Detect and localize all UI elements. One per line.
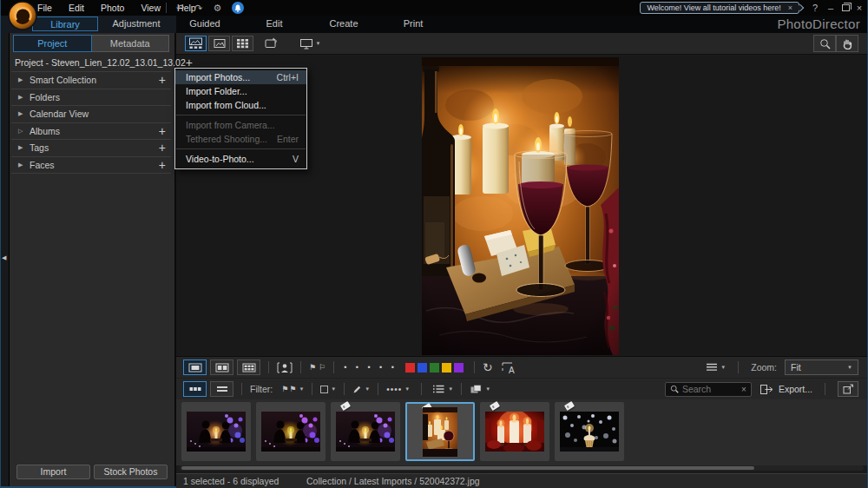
project-header[interactable]: Project - Steven_Lien_12.02_13.01_13.02 …: [15, 55, 169, 70]
color-label-green[interactable]: [430, 363, 439, 373]
thumbnail-red-candles[interactable]: [480, 402, 549, 461]
expand-icon[interactable]: ▶: [18, 162, 30, 168]
caption-button[interactable]: A: [502, 362, 516, 373]
filter-flags-button[interactable]: ⚑⚑ ▼: [281, 385, 304, 393]
tab-metadata[interactable]: Metadata: [92, 35, 170, 52]
menu-item-import-photos[interactable]: Import Photos... Ctrl+I: [175, 70, 306, 84]
pan-tool-button[interactable]: [836, 35, 858, 52]
color-label-red[interactable]: [405, 363, 415, 373]
filter-color-button[interactable]: ▼: [320, 386, 336, 393]
share-button[interactable]: [838, 381, 858, 397]
redo-icon[interactable]: ↷: [194, 3, 202, 14]
menu-item-import-folder[interactable]: Import Folder...: [175, 84, 306, 98]
thumb-view-single-button[interactable]: [183, 359, 207, 375]
tab-create[interactable]: Create: [313, 16, 374, 31]
sort-list-icon: [432, 385, 445, 393]
add-icon[interactable]: +: [159, 75, 166, 85]
tree-item-tags[interactable]: ▶ Tags +: [11, 140, 171, 157]
view-single-button[interactable]: [208, 36, 230, 51]
divider: [166, 3, 167, 13]
zoom-select[interactable]: Fit ▼: [785, 359, 858, 375]
face-tag-button[interactable]: [277, 362, 293, 373]
tab-project[interactable]: Project: [13, 35, 92, 52]
flag-pick-button[interactable]: ⚑ ⚐: [309, 363, 326, 372]
pencil-icon: [352, 385, 362, 394]
search-input[interactable]: [682, 384, 738, 394]
undo-icon[interactable]: ↶: [176, 3, 184, 14]
color-label-purple[interactable]: [454, 363, 464, 373]
thumbnail-wine-candles-selected[interactable]: [405, 402, 475, 461]
menu-edit[interactable]: Edit: [69, 3, 84, 13]
dropdown-icon: ▼: [316, 41, 321, 46]
strip-view-thumbs-button[interactable]: [183, 381, 207, 397]
rotate-view-button[interactable]: [260, 36, 281, 51]
notification-close-icon[interactable]: ×: [788, 3, 792, 12]
keyword-tag-icon: [340, 401, 351, 411]
browser-toolbar-filter: Filter: ⚑⚑ ▼ ▼ ▼: [176, 378, 867, 399]
restore-button[interactable]: [838, 0, 852, 16]
star-rating-dots[interactable]: • • • • •: [344, 363, 398, 372]
add-icon[interactable]: +: [159, 142, 166, 153]
tab-print[interactable]: Print: [383, 16, 444, 31]
expand-icon[interactable]: ▶: [18, 76, 30, 83]
color-label-yellow[interactable]: [442, 363, 451, 373]
strip-view-list-button[interactable]: [210, 381, 233, 397]
view-grid-button[interactable]: [232, 36, 253, 51]
menu-item-video-to-photo[interactable]: Video-to-Photo... V: [175, 152, 306, 166]
thumbnail-image: [187, 412, 246, 452]
help-button[interactable]: ?: [808, 0, 822, 16]
stock-photos-button[interactable]: Stock Photos: [94, 465, 168, 479]
expand-icon[interactable]: ▷: [18, 128, 30, 135]
sort-order-button[interactable]: ▼: [432, 385, 453, 393]
thumbnail-couple-2[interactable]: [256, 402, 326, 461]
zoom-tool-button[interactable]: [813, 35, 836, 52]
tree-item-albums[interactable]: ▷ Albums +: [11, 123, 171, 141]
rotate-photo-button[interactable]: ↻: [483, 360, 493, 374]
add-icon[interactable]: +: [159, 160, 166, 170]
menu-file[interactable]: File: [37, 3, 52, 13]
tree-item-folders[interactable]: ▶ Folders: [11, 89, 171, 107]
settings-gear-icon[interactable]: ⚙: [213, 3, 221, 14]
filmstrip-scrollbar[interactable]: [181, 466, 754, 470]
search-clear-icon[interactable]: ×: [741, 385, 746, 394]
menu-item-import-from-cloud[interactable]: Import from Cloud...: [175, 98, 306, 112]
tree-item-calendar-view[interactable]: ▶ Calendar View: [11, 106, 171, 123]
expand-icon[interactable]: ▶: [18, 144, 30, 151]
menu-view[interactable]: View: [141, 3, 161, 13]
expand-icon[interactable]: ▶: [18, 110, 30, 117]
thumbnail-cupcake-bokeh[interactable]: [555, 402, 624, 461]
color-label-blue[interactable]: [418, 363, 427, 373]
view-browser-button[interactable]: [185, 36, 207, 51]
add-icon[interactable]: +: [159, 126, 166, 136]
expand-icon[interactable]: ▶: [18, 94, 30, 101]
add-project-icon[interactable]: +: [186, 57, 193, 68]
thumb-view-grid-button[interactable]: [237, 359, 260, 375]
minimize-button[interactable]: –: [824, 0, 838, 16]
thumb-view-dual-button[interactable]: [210, 359, 233, 375]
tab-library[interactable]: Library: [32, 16, 98, 31]
close-button[interactable]: ×: [852, 0, 866, 16]
thumbnail-couple-3[interactable]: [331, 402, 400, 461]
thumbnail-couple-1[interactable]: [181, 402, 251, 461]
tree-item-faces[interactable]: ▶ Faces +: [11, 157, 171, 175]
dropdown-icon: ▼: [404, 386, 411, 392]
filter-edited-button[interactable]: ▼: [352, 385, 370, 394]
collapse-panel-icon[interactable]: ◀: [2, 254, 6, 261]
notifications-bell-button[interactable]: [232, 2, 244, 14]
display-mode-button[interactable]: ▼: [295, 36, 325, 51]
sort-menu-button[interactable]: ▼: [706, 363, 726, 372]
filter-rating-button[interactable]: •••• ▼: [386, 385, 411, 394]
tree-item-smart-collection[interactable]: ▶ Smart Collection +: [11, 72, 171, 89]
tab-guided[interactable]: Guided: [174, 16, 235, 31]
tab-edit[interactable]: Edit: [244, 16, 305, 31]
tab-adjustment[interactable]: Adjustment: [98, 16, 174, 31]
menu-photo[interactable]: Photo: [101, 3, 124, 13]
thumbnail-image: [560, 412, 619, 452]
stack-photos-button[interactable]: ▼: [470, 384, 490, 394]
export-button[interactable]: Export...: [760, 384, 812, 395]
rotate-view-icon: [263, 37, 279, 49]
import-button[interactable]: Import: [16, 465, 90, 479]
tutorial-notification: Welcome! View all tutorial videos here! …: [640, 2, 799, 14]
person-icon: [277, 362, 293, 373]
thumbnail-image: [485, 412, 544, 452]
